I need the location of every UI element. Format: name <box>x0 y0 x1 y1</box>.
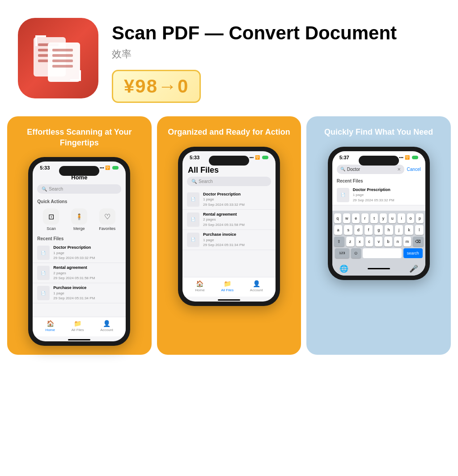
key-i[interactable]: i <box>398 213 405 223</box>
af-file-meta-3: 1 page 29 Sep 2024 05:31:34 PM <box>203 238 271 247</box>
key-num-switch[interactable]: 123 <box>335 248 349 258</box>
file-thumb-3: 📄 <box>37 286 50 300</box>
quick-actions-label: Quick Actions <box>33 197 126 206</box>
key-r[interactable]: r <box>361 213 369 223</box>
file-info-3: Purchase invoice 1 page 29 Sep 2024 05:3… <box>53 285 121 301</box>
key-z[interactable]: z <box>346 237 354 246</box>
af-file-item-1[interactable]: 📄 Doctor Prescription 1 page 29 Sep 2024… <box>182 190 276 210</box>
key-delete[interactable]: ⌫ <box>413 237 424 246</box>
af-file-thumb-2: 📄 <box>187 212 199 227</box>
key-s[interactable]: s <box>344 225 352 235</box>
panel-home: Effortless Scanning at Your Fingertips 5… <box>7 116 152 355</box>
key-m[interactable]: m <box>403 237 411 246</box>
key-k[interactable]: k <box>405 225 413 235</box>
keyboard-row-3: ⇧ z x c v b n m ⌫ <box>334 237 424 246</box>
key-emoji[interactable]: ☺ <box>351 248 361 258</box>
phone-home-mockup: 5:33 ▪▪▪ 🛜 Home 🔍 Search Quick Actions <box>28 157 130 346</box>
af-file-name-3: Purchase invoice <box>203 232 271 238</box>
bottom-nav-allfiles: 🏠 Home 📁 All Files 👤 Account <box>182 277 276 297</box>
key-b[interactable]: b <box>384 237 392 246</box>
key-t[interactable]: t <box>370 213 377 223</box>
keyboard-row-2: a s d f g h j k l <box>334 225 424 235</box>
signal-icon: ▪▪▪ <box>100 166 104 170</box>
key-f[interactable]: f <box>365 225 373 235</box>
action-merge[interactable]: 🧍 Merge <box>71 208 87 231</box>
home-search-placeholder: Search <box>49 187 63 191</box>
home-indicator <box>68 339 90 340</box>
key-o[interactable]: o <box>407 213 414 223</box>
key-shift[interactable]: ⇧ <box>334 237 345 246</box>
cancel-button[interactable]: Cancel <box>407 167 421 172</box>
key-h[interactable]: h <box>385 225 393 235</box>
signal-icon-3: ▪▪▪ <box>399 155 403 160</box>
key-w[interactable]: w <box>343 213 350 223</box>
key-q[interactable]: q <box>334 213 341 223</box>
search-box[interactable]: 🔍 Doctor ✕ <box>337 165 404 174</box>
app-title: Scan PDF — Convert Document <box>112 22 440 44</box>
af-file-item-3[interactable]: 📄 Purchase invoice 1 page 29 Sep 2024 05… <box>182 230 276 250</box>
panel-allfiles: Organized and Ready for Action 5:33 ▪▪▪ … <box>157 116 301 355</box>
key-a[interactable]: a <box>334 225 343 235</box>
key-c[interactable]: c <box>365 237 373 246</box>
search-file-meta: 1 page 29 Sep 2024 05:33:32 PM <box>353 192 421 202</box>
key-x[interactable]: x <box>356 237 364 246</box>
key-u[interactable]: u <box>389 213 396 223</box>
af-file-info-1: Doctor Prescription 1 page 29 Sep 2024 0… <box>203 192 271 207</box>
search-icon-home: 🔍 <box>42 187 47 191</box>
globe-icon[interactable]: 🌐 <box>339 264 348 273</box>
home-icon: 🏠 <box>47 320 54 327</box>
status-bar-search: 5:37 ▪▪▪ 🛜 <box>332 151 425 162</box>
key-n[interactable]: n <box>394 237 402 246</box>
bottom-nav-allfiles-btn[interactable]: 📁 All Files <box>72 320 84 332</box>
wifi-icon-2: 🛜 <box>255 155 260 160</box>
wifi-icon: 🛜 <box>105 166 110 170</box>
key-p[interactable]: p <box>416 213 423 223</box>
key-l[interactable]: l <box>415 225 424 235</box>
search-input-value[interactable]: Doctor <box>347 167 395 172</box>
clear-icon[interactable]: ✕ <box>397 167 401 172</box>
mic-icon[interactable]: 🎤 <box>409 264 418 273</box>
action-scan[interactable]: ⊡ Scan <box>43 208 59 231</box>
key-j[interactable]: j <box>395 225 403 235</box>
key-v[interactable]: v <box>375 237 382 246</box>
bottom-nav-home-btn[interactable]: 🏠 Home <box>46 320 55 332</box>
panel-home-title: Effortless Scanning at Your Fingertips <box>14 127 144 148</box>
af-file-info-2: Rental agreement 2 pages 29 Sep 2024 05:… <box>203 212 271 227</box>
file-name-1: Doctor Prescription <box>53 245 121 251</box>
af-file-meta-2: 2 pages 29 Sep 2024 05:31:58 PM <box>203 217 271 227</box>
file-name-3: Purchase invoice <box>53 285 121 291</box>
key-space[interactable] <box>363 248 402 258</box>
header-section: Scan PDF — Convert Document 效率 ¥98→0 <box>0 0 458 116</box>
merge-label: Merge <box>73 226 85 231</box>
file-item-2-home[interactable]: 📄 Rental agreement 2 pages 29 Sep 2024 0… <box>33 263 126 283</box>
file-item-3-home[interactable]: 📄 Purchase invoice 1 page 29 Sep 2024 05… <box>33 283 126 303</box>
battery-icon <box>112 166 119 170</box>
file-name-2: Rental agreement <box>53 265 121 271</box>
signal-icon-2: ▪▪▪ <box>249 155 254 160</box>
home-content: Home 🔍 Search Quick Actions ⊡ Scan 🧍 <box>33 172 126 303</box>
bottom-nav-home-2[interactable]: 🏠 Home <box>195 280 204 292</box>
home-search-bar[interactable]: 🔍 Search <box>37 184 121 194</box>
search-file-name: Doctor Prescription <box>353 187 421 193</box>
home-indicator-2 <box>218 299 240 301</box>
allfiles-search-placeholder: Search <box>199 179 213 184</box>
battery-icon-2 <box>262 156 268 159</box>
key-g[interactable]: g <box>374 225 383 235</box>
time-allfiles: 5:33 <box>190 155 199 160</box>
af-file-item-2[interactable]: 📄 Rental agreement 2 pages 29 Sep 2024 0… <box>182 210 276 230</box>
bottom-nav-account-btn[interactable]: 👤 Account <box>100 320 113 332</box>
key-e[interactable]: e <box>352 213 359 223</box>
home-icon-2: 🏠 <box>196 280 204 287</box>
af-file-thumb-3: 📄 <box>187 233 199 247</box>
key-d[interactable]: d <box>354 225 363 235</box>
file-item-1-home[interactable]: 📄 Doctor Prescription 1 page 29 Sep 2024… <box>33 243 126 263</box>
allfiles-search-bar[interactable]: 🔍 Search <box>187 177 271 186</box>
file-meta-3: 1 page 29 Sep 2024 05:31:34 PM <box>53 291 121 301</box>
keyboard-search-button[interactable]: search <box>403 248 423 258</box>
action-favorites[interactable]: ♡ Favorites <box>99 208 115 231</box>
bottom-nav-account-2[interactable]: 👤 Account <box>250 280 263 292</box>
key-y[interactable]: y <box>380 213 387 223</box>
search-result-item-1[interactable]: 📄 Doctor Prescription 1 page 29 Sep 2024… <box>332 185 425 205</box>
bottom-nav-allfiles-2[interactable]: 📁 All Files <box>221 280 233 292</box>
quick-actions-row: ⊡ Scan 🧍 Merge ♡ Favorites <box>33 206 126 234</box>
